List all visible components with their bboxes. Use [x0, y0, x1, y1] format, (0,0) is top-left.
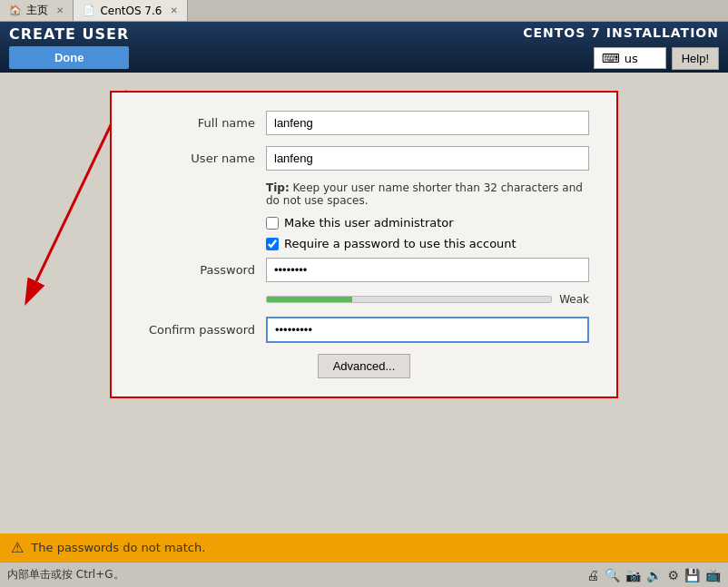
keyboard-value: us [625, 52, 638, 65]
admin-checkbox-row: Make this user administrator [266, 216, 589, 230]
strength-bar-fill [267, 297, 352, 302]
done-button[interactable]: Done [9, 46, 129, 69]
centos-title: CENTOS 7 INSTALLATION [523, 25, 719, 40]
display-icon[interactable]: 📺 [705, 568, 721, 582]
search-status-icon[interactable]: 🔍 [605, 568, 620, 582]
password-row: Password [139, 258, 589, 282]
help-button[interactable]: Help! [672, 47, 719, 70]
gear-status-icon[interactable]: ⚙ [667, 568, 679, 582]
fullname-input[interactable] [266, 111, 589, 135]
require-password-checkbox[interactable] [266, 238, 279, 250]
warning-bar: ⚠ The passwords do not match. [0, 533, 728, 562]
username-label: User name [139, 152, 266, 165]
admin-checkbox-label: Make this user administrator [284, 216, 454, 230]
admin-checkbox[interactable] [266, 217, 279, 230]
fullname-row: Full name [139, 111, 589, 135]
tab-centos-label: CentOS 7.6 [100, 5, 162, 17]
status-bar: 内部单击或按 Ctrl+G。 🖨 🔍 📷 🔊 ⚙ 💾 📺 [0, 562, 728, 587]
main-area: Full name User name Tip: Keep your user … [0, 73, 728, 416]
volume-icon[interactable]: 🔊 [646, 568, 662, 582]
status-icons: 🖨 🔍 📷 🔊 ⚙ 💾 📺 [586, 568, 721, 582]
tab-bar: 🏠 主页 ✕ 📄 CentOS 7.6 ✕ [0, 0, 728, 22]
confirm-password-input[interactable] [266, 317, 589, 343]
keyboard-input[interactable]: ⌨ us [594, 47, 666, 69]
confirm-password-row: Confirm password [139, 317, 589, 343]
header-right: CENTOS 7 INSTALLATION ⌨ us Help! [523, 25, 719, 70]
password-input[interactable] [266, 258, 589, 282]
advanced-row: Advanced... [139, 354, 589, 378]
tab-home-close[interactable]: ✕ [56, 5, 64, 15]
home-icon: 🏠 [9, 5, 22, 16]
tab-centos[interactable]: 📄 CentOS 7.6 ✕ [74, 0, 187, 21]
tip-row: Tip: Keep your user name shorter than 32… [266, 181, 589, 207]
warning-icon: ⚠ [11, 539, 24, 556]
tip-text: Keep your user name shorter than 32 char… [266, 181, 583, 207]
header-bar: CREATE USER Done CENTOS 7 INSTALLATION ⌨… [0, 22, 728, 73]
form-box: Full name User name Tip: Keep your user … [110, 91, 618, 398]
require-password-label: Require a password to use this account [284, 237, 516, 250]
username-row: User name [139, 146, 589, 171]
warning-message: The passwords do not match. [31, 541, 205, 554]
require-password-row: Require a password to use this account [266, 237, 589, 250]
tab-centos-close[interactable]: ✕ [170, 5, 177, 15]
strength-bar-container [266, 296, 552, 303]
print-icon[interactable]: 🖨 [586, 568, 599, 582]
camera-icon[interactable]: 📷 [625, 568, 641, 582]
strength-label: Weak [559, 293, 589, 306]
tab-home-label: 主页 [26, 3, 48, 18]
save-status-icon[interactable]: 💾 [684, 568, 700, 582]
strength-row: Weak [266, 293, 589, 306]
confirm-password-label: Confirm password [139, 323, 266, 337]
keyboard-icon: ⌨ [602, 51, 620, 65]
advanced-button[interactable]: Advanced... [318, 354, 411, 378]
username-input[interactable] [266, 146, 589, 171]
page-title: CREATE USER [9, 25, 129, 43]
centos-tab-icon: 📄 [83, 5, 95, 16]
status-hint: 内部单击或按 Ctrl+G。 [7, 567, 124, 582]
fullname-label: Full name [139, 116, 266, 130]
keyboard-row: ⌨ us Help! [594, 47, 719, 70]
tip-bold: Tip: [266, 181, 290, 194]
tab-home[interactable]: 🏠 主页 ✕ [0, 0, 74, 21]
header-left: CREATE USER Done [9, 25, 129, 69]
password-label: Password [139, 263, 266, 277]
